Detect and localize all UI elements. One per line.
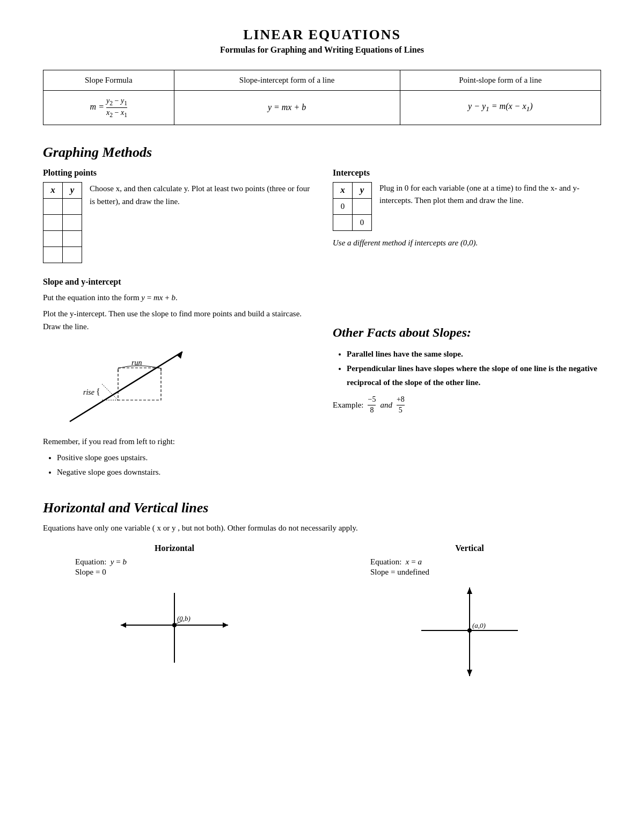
svg-marker-12 (121, 622, 126, 628)
slope-yintercept-heading: Slope and y-intercept (43, 277, 311, 287)
other-facts-bullets: Parallel lines have the same slope. Perp… (333, 347, 601, 390)
slope-yintercept-line1: Put the equation into the form y = mx + … (43, 291, 311, 304)
vertical-axis-diagram: (a,0) (411, 582, 529, 679)
horizontal-equation: Equation: y = b (43, 557, 306, 567)
intercepts-col: Intercepts x y 0 0 Plug in 0 for each va… (333, 168, 601, 266)
slope-formula-cell: m = y2 − y1 x2 − x1 (43, 91, 174, 125)
svg-text:(0,b): (0,b) (177, 614, 191, 622)
other-facts-bullet-1: Parallel lines have the same slope. (347, 347, 601, 361)
svg-marker-11 (223, 622, 228, 628)
other-facts-col: Other Facts about Slopes: Parallel lines… (333, 320, 601, 415)
plotting-points-content: x y Choose x, and then calculate y. Plot… (43, 182, 311, 266)
intercepts-desc: Plug in 0 for each variable (one at a ti… (333, 182, 601, 207)
svg-text:(a,0): (a,0) (472, 621, 486, 629)
svg-marker-21 (467, 588, 472, 594)
slope-intercept-cell: y = mx + b (174, 91, 400, 125)
page-subtitle: Formulas for Graphing and Writing Equati… (43, 45, 601, 55)
and-text: and (380, 401, 392, 410)
other-facts-heading: Other Facts about Slopes: (333, 325, 601, 340)
page-title: LINEAR EQUATIONS (43, 27, 601, 43)
example-frac2: +8 5 (397, 395, 405, 415)
slope-bullet-2: Negative slope goes downstairs. (57, 466, 311, 480)
horizontal-heading: Horizontal (43, 543, 306, 553)
slope-bullet-1: Positive slope goes upstairs. (57, 451, 311, 465)
vertical-heading: Vertical (338, 543, 601, 553)
xy-table-intercepts: x y 0 0 (333, 182, 372, 231)
point-slope-cell: y − y1 = m(x − x1) (400, 91, 601, 125)
horizontal-slope: Slope = 0 (43, 568, 306, 577)
intercepts-content: x y 0 0 Plug in 0 for each variable (one… (333, 182, 601, 234)
other-facts-bullet-2: Perpendicular lines have slopes where th… (347, 362, 601, 389)
svg-line-3 (102, 384, 118, 400)
example-line: Example: −5 8 and +8 5 (333, 395, 601, 415)
vertical-equation: Equation: x = a (338, 557, 601, 567)
svg-text:{: { (96, 387, 100, 396)
slope-remember: Remember, if you read from left to right… (43, 435, 311, 448)
slope-yintercept-line2: Plot the y-intercept. Then use the slope… (43, 307, 311, 333)
horiz-vert-section: Horizontal and Vertical lines Equations … (43, 500, 601, 679)
xy-table-plotting: x y (43, 182, 82, 263)
graphing-methods-section: Graphing Methods Plotting points x y Cho… (43, 144, 601, 481)
vertical-slope: Slope = undefined (338, 568, 601, 577)
horizontal-col: Horizontal Equation: y = b Slope = 0 (43, 543, 306, 668)
plotting-points-heading: Plotting points (43, 168, 311, 178)
example-label: Example: (333, 401, 363, 410)
slope-bullets: Positive slope goes upstairs. Negative s… (43, 451, 311, 480)
horiz-vert-intro: Equations have only one variable ( x or … (43, 524, 601, 533)
svg-text:rise: rise (83, 388, 94, 396)
intercepts-note: Use a different method if intercepts are… (333, 238, 601, 248)
formula-header-point-slope: Point-slope form of a line (400, 70, 601, 91)
svg-line-0 (70, 352, 182, 422)
example-frac1: −5 8 (368, 395, 376, 415)
vertical-col: Vertical Equation: x = a Slope = undefin… (338, 543, 601, 679)
svg-rect-2 (118, 368, 161, 400)
horizontal-axis-diagram: (0,b) (115, 582, 233, 668)
slope-staircase-diagram: rise { run (54, 338, 204, 430)
horiz-vert-cols: Horizontal Equation: y = b Slope = 0 (43, 543, 601, 679)
horiz-vert-heading: Horizontal and Vertical lines (43, 500, 601, 516)
svg-point-23 (467, 628, 472, 633)
formula-header-slope-intercept: Slope-intercept form of a line (174, 70, 400, 91)
plotting-points-col: Plotting points x y Choose x, and then c… (43, 168, 311, 266)
graphing-methods-heading: Graphing Methods (43, 144, 601, 161)
formulas-table: Slope Formula Slope-intercept form of a … (43, 70, 601, 125)
slope-yintercept-col: Slope and y-intercept Put the equation i… (43, 277, 311, 481)
plotting-points-desc: Choose x, and then calculate y. Plot at … (43, 182, 311, 208)
formula-header-slope: Slope Formula (43, 70, 174, 91)
intercepts-heading: Intercepts (333, 168, 601, 178)
svg-marker-22 (467, 670, 472, 676)
